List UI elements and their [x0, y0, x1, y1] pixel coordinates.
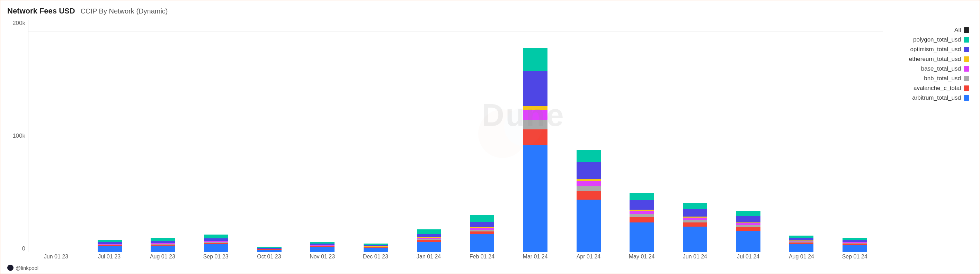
bar-segment: [577, 150, 601, 162]
bar-segment: [683, 222, 707, 226]
x-label: Aug 01 24: [777, 252, 826, 263]
legend-label: arbitrum_total_usd: [912, 95, 961, 101]
legend-color-box: [964, 56, 969, 62]
legend-label: avalanche_c_total: [913, 85, 961, 92]
x-label: Mar 01 24: [511, 252, 560, 263]
x-label: Jul 01 24: [724, 252, 773, 263]
bar-segment: [98, 246, 122, 252]
legend-color-box: [964, 37, 969, 43]
stacked-bar: [523, 48, 547, 252]
bar-segment: [843, 245, 867, 252]
bar-segment: [577, 200, 601, 252]
bar-segment: [204, 244, 228, 252]
x-label: Dec 01 23: [351, 252, 400, 263]
stacked-bar: [683, 203, 707, 252]
y-label-0: 0: [22, 245, 25, 252]
x-label: Sep 01 24: [830, 252, 879, 263]
x-label: Apr 01 24: [564, 252, 613, 263]
bar-segment: [523, 145, 547, 252]
bar-segment: [683, 220, 707, 222]
legend: Allpolygon_total_usdoptimism_total_usdet…: [883, 20, 973, 263]
bar-segment: [470, 215, 494, 222]
bar-segment: [523, 110, 547, 120]
stacked-bar: [577, 150, 601, 252]
chart-plot-area: Jun 01 23Jul 01 23Aug 01 23Sep 01 23Oct …: [28, 20, 883, 263]
stacked-bar: [151, 238, 175, 252]
stacked-bar: [98, 240, 122, 252]
bar-segment: [257, 250, 282, 252]
bar-segment: [523, 48, 547, 71]
bar-segment: [204, 238, 228, 241]
legend-color-box: [964, 47, 969, 52]
bar-segment: [523, 120, 547, 129]
legend-item: ethereum_total_usd: [889, 56, 969, 63]
stacked-bar: [364, 244, 388, 252]
legend-item: All: [889, 27, 969, 33]
x-label: Aug 01 23: [138, 252, 187, 263]
chart-header: Network Fees USD CCIP By Network (Dynami…: [7, 6, 973, 16]
bar-segment: [417, 242, 441, 252]
bar-segment: [204, 234, 228, 238]
bar-segment: [736, 216, 760, 222]
stacked-bar: [470, 215, 494, 252]
bars-area: [28, 20, 883, 252]
bar-segment: [683, 203, 707, 209]
bar-segment: [417, 230, 441, 234]
legend-label: bnb_total_usd: [924, 75, 961, 82]
bar-segment: [577, 191, 601, 200]
bar-segment: [577, 162, 601, 179]
chart-body: 200k 100k 0 Jun 01 23Jul 01 23Aug 01 23S…: [7, 20, 973, 263]
bar-segment: [683, 226, 707, 252]
bar-segment: [364, 248, 388, 252]
bar-segment: [736, 227, 760, 231]
bar-segment: [151, 238, 175, 241]
bar-segment: [470, 222, 494, 227]
legend-color-box: [964, 86, 969, 91]
stacked-bar: [257, 247, 282, 252]
legend-label: All: [955, 27, 961, 33]
x-label: Jul 01 23: [85, 252, 134, 263]
bar-segment: [151, 245, 175, 252]
bar-segment: [630, 200, 654, 209]
bar-segment: [789, 238, 813, 241]
legend-color-box: [964, 95, 969, 101]
x-label: Nov 01 23: [298, 252, 347, 263]
x-label: Sep 01 23: [191, 252, 240, 263]
x-label: Jan 01 24: [404, 252, 453, 263]
bar-segment: [736, 211, 760, 216]
bar-segment: [470, 231, 494, 234]
stacked-bar: [417, 230, 441, 252]
stacked-bar: [843, 238, 867, 252]
legend-item: arbitrum_total_usd: [889, 95, 969, 101]
x-label: Feb 01 24: [457, 252, 507, 263]
x-label: Oct 01 23: [245, 252, 294, 263]
stacked-bar: [310, 241, 334, 252]
x-label: May 01 24: [617, 252, 666, 263]
legend-label: optimism_total_usd: [910, 46, 961, 53]
chart-container: Network Fees USD CCIP By Network (Dynami…: [0, 0, 980, 274]
bar-segment: [630, 193, 654, 200]
legend-color-box: [964, 27, 969, 33]
bar-segment: [630, 217, 654, 222]
legend-color-box: [964, 76, 969, 81]
y-label-200k: 200k: [13, 20, 25, 27]
legend-label: polygon_total_usd: [913, 36, 961, 43]
y-axis: 200k 100k 0: [7, 20, 28, 263]
bar-segment: [98, 240, 122, 242]
bar-segment: [736, 231, 760, 252]
footer: @linkpool: [7, 264, 38, 271]
footer-handle: @linkpool: [16, 265, 38, 271]
bar-segment: [523, 71, 547, 106]
legend-item: polygon_total_usd: [889, 36, 969, 43]
bar-segment: [523, 106, 547, 110]
bar-segment: [417, 234, 441, 238]
bar-segment: [523, 129, 547, 145]
legend-item: optimism_total_usd: [889, 46, 969, 53]
x-axis: Jun 01 23Jul 01 23Aug 01 23Sep 01 23Oct …: [28, 252, 883, 263]
y-label-100k: 100k: [13, 133, 25, 139]
gridline-100k: [29, 136, 883, 136]
linkpool-icon: [7, 264, 13, 271]
bar-segment: [310, 247, 334, 252]
bar-segment: [470, 234, 494, 252]
bar-segment: [577, 181, 601, 186]
